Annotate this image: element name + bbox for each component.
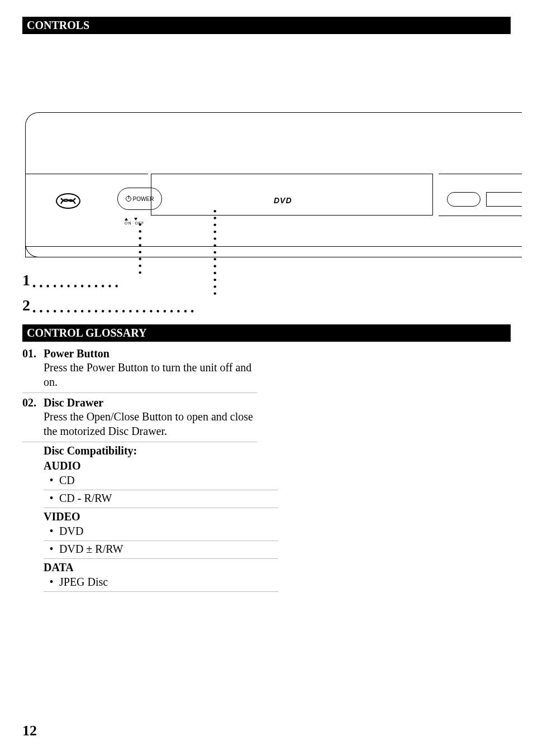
power-label: POWER bbox=[133, 196, 154, 202]
glossary-list: 01. Power Button Press the Power Button … bbox=[22, 347, 511, 592]
power-icon bbox=[126, 196, 131, 202]
glossary-title: Power Button bbox=[44, 347, 257, 360]
triangle-down-icon bbox=[134, 218, 137, 221]
list-item-text: JPEG Disc bbox=[59, 576, 108, 588]
glossary-number: 02. bbox=[22, 396, 44, 438]
list-item: •DVD ± R/RW bbox=[44, 541, 278, 559]
disc-drawer-outline bbox=[151, 174, 433, 216]
disc-compatibility-block: Disc Compatibility: AUDIO •CD •CD - R/RW… bbox=[44, 442, 278, 592]
list-item-text: DVD bbox=[59, 525, 83, 538]
logo-swoosh-icon bbox=[60, 196, 77, 206]
glossary-desc: Press the Open/Close Button to open and … bbox=[44, 409, 257, 438]
video-list: •DVD •DVD ± R/RW bbox=[44, 523, 278, 559]
section-header-controls: CONTROLS bbox=[22, 17, 511, 34]
list-item-text: CD bbox=[59, 474, 75, 487]
front-button-rect bbox=[486, 192, 522, 207]
data-heading: DATA bbox=[44, 559, 278, 574]
audio-heading: AUDIO bbox=[44, 457, 278, 472]
triangle-up-icon bbox=[125, 218, 128, 221]
audio-list: •CD •CD - R/RW bbox=[44, 472, 278, 508]
device-panel-right-2 bbox=[439, 216, 522, 246]
video-heading: VIDEO bbox=[44, 508, 278, 523]
list-item: •JPEG Disc bbox=[44, 574, 278, 592]
device-bottom-rail bbox=[25, 246, 522, 257]
callout-dots-1v: •••••••• bbox=[137, 223, 142, 277]
device-diagram: POWER ON OFF DVD •••••••• ••••••••••••• … bbox=[22, 112, 511, 313]
list-item-text: CD - R/RW bbox=[59, 492, 112, 505]
glossary-desc: Press the Power Button to turn the unit … bbox=[44, 360, 257, 389]
device-panel-left bbox=[25, 174, 148, 246]
list-item: •CD - R/RW bbox=[44, 490, 278, 508]
glossary-number: 01. bbox=[22, 347, 44, 389]
on-text: ON bbox=[125, 221, 132, 225]
front-button-pill bbox=[447, 192, 480, 207]
section-header-glossary: CONTROL GLOSSARY bbox=[22, 324, 511, 342]
callout-number-2: 2 bbox=[22, 296, 30, 314]
glossary-item: 01. Power Button Press the Power Button … bbox=[22, 347, 257, 393]
callout-number-1: 1 bbox=[22, 271, 30, 289]
callout-dots-2v: ••••••••••••• bbox=[212, 209, 217, 299]
compat-heading: Disc Compatibility: bbox=[44, 442, 278, 457]
callout-dots-2h: •••••••••••••••••••••••• bbox=[32, 309, 197, 314]
list-item: •DVD bbox=[44, 523, 278, 541]
list-item: •CD bbox=[44, 472, 278, 490]
brand-logo-icon bbox=[56, 193, 80, 209]
power-button-graphic: POWER bbox=[117, 188, 162, 210]
page-number: 12 bbox=[22, 722, 37, 739]
list-item-text: DVD ± R/RW bbox=[59, 543, 123, 556]
glossary-item: 02. Disc Drawer Press the Open/Close But… bbox=[22, 396, 257, 442]
glossary-title: Disc Drawer bbox=[44, 396, 257, 409]
dvd-drawer-label: DVD bbox=[274, 196, 292, 205]
data-list: •JPEG Disc bbox=[44, 574, 278, 592]
callout-dots-1h: ••••••••••••• bbox=[32, 284, 122, 289]
